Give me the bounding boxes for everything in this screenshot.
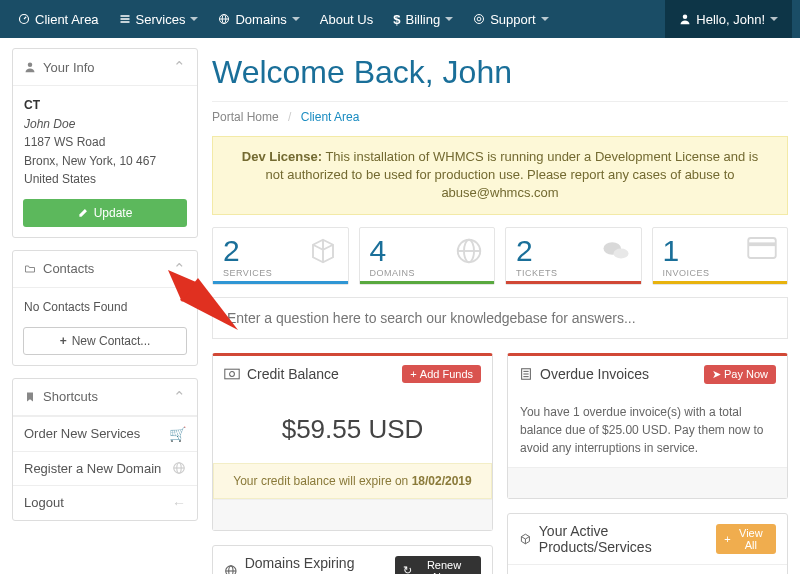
dollar-icon: $ (393, 12, 400, 27)
money-icon (224, 368, 240, 380)
main-content: Welcome Back, John Portal Home / Client … (212, 48, 788, 574)
your-info-panel: Your Info ⌃ CT John Doe 1187 WS Road Bro… (12, 48, 198, 238)
credit-title: Credit Balance (247, 366, 339, 382)
svg-point-23 (226, 565, 236, 574)
top-navbar: Client Area Services Domains About Us $ … (0, 0, 800, 38)
credit-amount: $59.55 USD (225, 402, 480, 463)
nav-support[interactable]: Support (463, 0, 559, 38)
caret-icon (770, 17, 778, 21)
cube-icon (519, 532, 532, 546)
svg-point-9 (683, 15, 688, 20)
user-icon (679, 13, 691, 25)
overdue-invoices-card: Overdue Invoices ➤Pay Now You have 1 ove… (507, 353, 788, 499)
nav-client-area[interactable]: Client Area (8, 0, 109, 38)
shortcut-register-domain[interactable]: Register a New Domain (13, 451, 197, 485)
caret-icon (541, 17, 549, 21)
service-row[interactable]: Services - Moniotring (508, 564, 787, 574)
crumb-portal-home[interactable]: Portal Home (212, 110, 279, 124)
globe-icon (224, 564, 238, 574)
cube-icon (308, 236, 338, 266)
caret-icon (292, 17, 300, 21)
your-info-head[interactable]: Your Info ⌃ (13, 49, 197, 86)
shortcut-logout[interactable]: Logout ← (13, 485, 197, 520)
pay-now-button[interactable]: ➤Pay Now (704, 365, 776, 384)
sidebar: Your Info ⌃ CT John Doe 1187 WS Road Bro… (12, 48, 198, 574)
overdue-title: Overdue Invoices (540, 366, 649, 382)
add-funds-button[interactable]: +Add Funds (402, 365, 481, 383)
stat-tickets[interactable]: 2 TICKETS (505, 227, 642, 285)
shortcuts-panel: Shortcuts ⌃ Order New Services 🛒 Registe… (12, 378, 198, 521)
pencil-icon (78, 207, 89, 218)
svg-point-18 (613, 248, 628, 258)
globe-icon (454, 236, 484, 266)
user-icon (24, 61, 36, 73)
svg-point-8 (477, 17, 481, 21)
cart-icon: 🛒 (169, 426, 186, 442)
addr-line1: 1187 WS Road (24, 133, 186, 152)
calc-icon (519, 367, 533, 381)
stat-domains[interactable]: 4 DOMAINS (359, 227, 496, 285)
dashboard-icon (18, 13, 30, 25)
svg-rect-3 (120, 21, 129, 23)
chevron-up-icon: ⌃ (173, 388, 186, 406)
caret-icon (190, 17, 198, 21)
company-code: CT (24, 96, 186, 115)
contacts-empty: No Contacts Found (13, 288, 197, 327)
addr-country: United States (24, 170, 186, 189)
credit-expiry-note: Your credit balance will expire on 18/02… (213, 463, 492, 499)
svg-rect-19 (748, 238, 776, 258)
svg-rect-1 (120, 15, 129, 17)
stat-invoices[interactable]: 1 INVOICES (652, 227, 789, 285)
refresh-icon: ↻ (403, 564, 412, 574)
folder-icon (24, 263, 36, 275)
nav-services[interactable]: Services (109, 0, 209, 38)
contacts-head[interactable]: Contacts ⌃ (13, 251, 197, 288)
active-title: Your Active Products/Services (539, 523, 709, 555)
renew-now-button[interactable]: ↻Renew Now (395, 556, 481, 574)
shortcuts-head[interactable]: Shortcuts ⌃ (13, 379, 197, 416)
arrow-left-icon: ← (172, 495, 186, 511)
nav-billing[interactable]: $ Billing (383, 0, 463, 38)
plus-icon: + (410, 368, 416, 380)
globe-icon (218, 13, 230, 25)
crumb-client-area[interactable]: Client Area (301, 110, 360, 124)
list-icon (119, 13, 131, 25)
contacts-panel: Contacts ⌃ No Contacts Found + New Conta… (12, 250, 198, 366)
overdue-text: You have 1 overdue invoice(s) with a tot… (508, 393, 787, 467)
globe-icon (172, 461, 186, 475)
addr-line2: Bronx, New York, 10 467 (24, 152, 186, 171)
nav-about[interactable]: About Us (310, 0, 383, 38)
stats-row: 2 SERVICES 4 DOMAINS 2 TICKETS 1 INVOICE… (212, 227, 788, 285)
active-services-card: Your Active Products/Services +View All … (507, 513, 788, 574)
page-title: Welcome Back, John (212, 54, 788, 91)
credit-balance-card: Credit Balance +Add Funds $59.55 USD You… (212, 353, 493, 531)
lifebuoy-icon (473, 13, 485, 25)
expiring-title: Domains Expiring Soon (245, 555, 388, 574)
view-all-button[interactable]: +View All (716, 524, 776, 554)
nav-domains[interactable]: Domains (208, 0, 309, 38)
comments-icon (601, 236, 631, 266)
svg-rect-2 (120, 18, 129, 20)
svg-point-7 (475, 15, 484, 24)
svg-point-10 (28, 63, 33, 68)
dev-license-alert: Dev License: This installation of WHMCS … (212, 136, 788, 215)
shortcut-order[interactable]: Order New Services 🛒 (13, 416, 197, 451)
card-icon (747, 236, 777, 260)
svg-point-24 (229, 565, 233, 574)
svg-rect-21 (225, 369, 239, 379)
stat-services[interactable]: 2 SERVICES (212, 227, 349, 285)
nav-user-menu[interactable]: Hello, John! (665, 0, 792, 38)
arrow-right-icon: ➤ (712, 368, 721, 381)
kb-search-input[interactable] (227, 310, 773, 326)
update-button[interactable]: Update (23, 199, 187, 227)
chevron-up-icon: ⌃ (173, 260, 186, 278)
svg-point-22 (230, 371, 235, 376)
kb-search[interactable] (212, 297, 788, 339)
user-name: John Doe (24, 115, 186, 134)
plus-icon: + (724, 533, 730, 545)
plus-icon: + (60, 334, 67, 348)
caret-icon (445, 17, 453, 21)
new-contact-button[interactable]: + New Contact... (23, 327, 187, 355)
breadcrumb: Portal Home / Client Area (212, 110, 788, 124)
domains-expiring-card: Domains Expiring Soon ↻Renew Now You hav… (212, 545, 493, 574)
